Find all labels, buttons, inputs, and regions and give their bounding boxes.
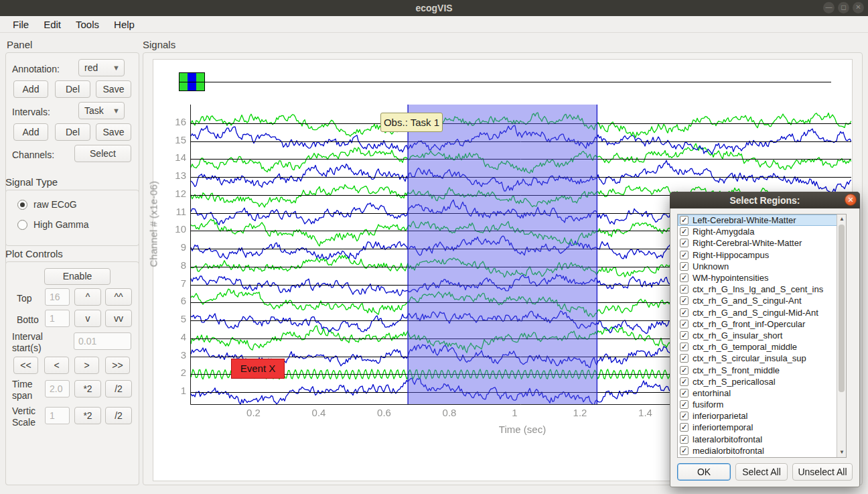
region-item[interactable]: ✓lateralorbitofrontal [678,434,846,445]
step-forward-button[interactable]: > [74,357,99,374]
checkbox-icon[interactable]: ✓ [680,423,689,432]
time-mul2-button[interactable]: *2 [74,380,101,397]
page-back-button[interactable]: << [13,357,38,374]
checkbox-icon[interactable]: ✓ [680,320,689,328]
region-item[interactable]: ✓ctx_rh_G_insular_short [678,330,846,341]
time-span-field[interactable]: 2.0 [45,380,70,397]
region-item[interactable]: ✓Unknown [678,261,846,272]
scrollbar-thumb[interactable] [839,225,845,392]
region-list[interactable]: ✓Left-Cerebral-White-Matter✓Right-Amygda… [677,214,847,458]
scale-div2-button[interactable]: /2 [105,407,132,424]
channel-down-button[interactable]: v [74,310,101,327]
intervals-add-button[interactable]: Add [13,123,48,141]
intervals-save-button[interactable]: Save [96,123,131,141]
region-item[interactable]: ✓ctx_rh_S_front_middle [678,364,846,375]
checkbox-icon[interactable]: ✓ [680,412,689,420]
page-forward-button[interactable]: >> [105,357,130,374]
region-item[interactable]: ✓Left-Cerebral-White-Matter [678,214,846,226]
region-name: ctx_rh_G_and_S_cingul-Mid-Ant [693,308,818,318]
checkbox-icon[interactable]: ✓ [680,354,689,363]
checkbox-icon[interactable]: ✓ [680,308,689,317]
region-name: ctx_rh_G_insular_short [693,330,782,341]
close-icon[interactable]: ✕ [853,2,864,13]
annotation-combo[interactable]: red ▼ [78,59,125,76]
unselect-all-button[interactable]: Unselect All [792,463,853,481]
time-div2-button[interactable]: /2 [105,380,132,397]
checkbox-icon[interactable]: ✓ [680,435,689,444]
checkbox-icon[interactable]: ✓ [680,216,689,225]
scrollbar[interactable]: ▲ ▼ [837,214,846,457]
radio-high-gamma[interactable]: High Gamma [17,219,88,231]
menu-item-tools[interactable]: Tools [70,17,105,32]
checkbox-icon[interactable]: ✓ [680,331,689,340]
region-item[interactable]: ✓fusiform [678,399,846,410]
checkbox-icon[interactable]: ✓ [680,273,689,282]
dialog-titlebar[interactable]: Select Regions: ✕ [670,192,860,208]
region-item[interactable]: ✓inferiorparietal [678,410,846,422]
annotation-del-button[interactable]: Del [55,80,90,98]
checkbox-icon[interactable]: ✓ [680,389,689,397]
radio-raw-ecog[interactable]: raw ECoG [17,199,77,210]
checkbox-icon[interactable]: ✓ [680,377,689,386]
checkbox-icon[interactable]: ✓ [680,285,689,294]
checkbox-icon[interactable]: ✓ [680,400,689,409]
annotation-save-button[interactable]: Save [96,80,131,98]
channels-select-button[interactable]: Select [74,145,131,162]
checkbox-icon[interactable]: ✓ [680,366,689,375]
intervals-combo[interactable]: Task ▼ [78,102,125,119]
region-item[interactable]: ✓ctx_rh_G_front_inf-Opercular [678,318,846,330]
checkbox-icon[interactable]: ✓ [680,239,689,247]
step-back-button[interactable]: < [44,357,69,374]
intervals-label: Intervals: [12,107,50,118]
interval-start-label: Interval start(s) [12,331,67,354]
x-tick-0.2: 0.2 [240,407,267,418]
panel-caption: Panel [7,39,32,50]
menu-item-file[interactable]: File [7,17,35,32]
region-item[interactable]: ✓inferiortemporal [678,422,846,433]
checkbox-icon[interactable]: ✓ [680,251,689,259]
channel-tick-16: 16 [161,116,186,127]
checkbox-icon[interactable]: ✓ [680,227,689,236]
select-all-button[interactable]: Select All [735,463,788,481]
bottom-field[interactable]: 1 [45,310,70,327]
checkbox-icon[interactable]: ✓ [680,343,689,351]
maximize-icon[interactable]: ◻ [838,2,849,13]
checkbox-icon[interactable]: ✓ [680,296,689,305]
radio-high-gamma-label: High Gamma [33,219,88,231]
region-item[interactable]: ✓ctx_rh_G_and_S_cingul-Ant [678,295,846,306]
channel-up-button[interactable]: ^ [74,288,101,306]
scroll-down-icon[interactable]: ▼ [837,448,847,457]
region-item[interactable]: ✓WM-hypointensities [678,272,846,284]
region-item[interactable]: ✓Right-Amygdala [678,226,846,237]
menu-item-edit[interactable]: Edit [38,17,67,32]
interval-start-field[interactable]: 0.01 [74,332,131,350]
vertical-scale-field[interactable]: 1 [45,407,70,424]
dialog-close-icon[interactable]: ✕ [845,194,857,206]
region-item[interactable]: ✓ctx_rh_G_and_S_cingul-Mid-Ant [678,307,846,318]
region-item[interactable]: ✓ctx_rh_S_circular_insula_sup [678,353,846,364]
event-annotation[interactable]: Event X [231,359,285,379]
scale-mul2-button[interactable]: *2 [74,407,101,424]
region-item[interactable]: ✓Right-Cerebral-White-Matter [678,237,846,249]
region-name: entorhinal [693,388,731,398]
scroll-up-icon[interactable]: ▲ [837,214,847,224]
top-field[interactable]: 16 [45,288,70,306]
checkbox-icon[interactable]: ✓ [680,262,689,271]
menu-item-help[interactable]: Help [108,17,141,32]
region-item[interactable]: ✓medialorbitofrontal [678,445,846,456]
channel-downdown-button[interactable]: vv [105,310,132,327]
region-name: ctx_rh_G_temporal_middle [693,342,797,352]
region-item[interactable]: ✓ctx_rh_G_Ins_lg_and_S_cent_ins [678,284,846,295]
channel-upup-button[interactable]: ^^ [105,288,132,306]
annotation-add-button[interactable]: Add [13,80,48,98]
region-item[interactable]: ✓entorhinal [678,387,846,399]
intervals-del-button[interactable]: Del [55,123,90,141]
region-item[interactable]: ✓ctx_rh_G_temporal_middle [678,341,846,353]
minimize-icon[interactable]: — [823,2,835,13]
region-item[interactable]: ✓Right-Hippocampus [678,249,846,261]
region-item[interactable]: ✓ctx_rh_S_pericallosal [678,376,846,387]
checkbox-icon[interactable]: ✓ [680,446,689,455]
enable-button[interactable]: Enable [44,268,111,285]
ok-button[interactable]: OK [677,463,731,481]
region-name: fusiform [693,399,723,410]
